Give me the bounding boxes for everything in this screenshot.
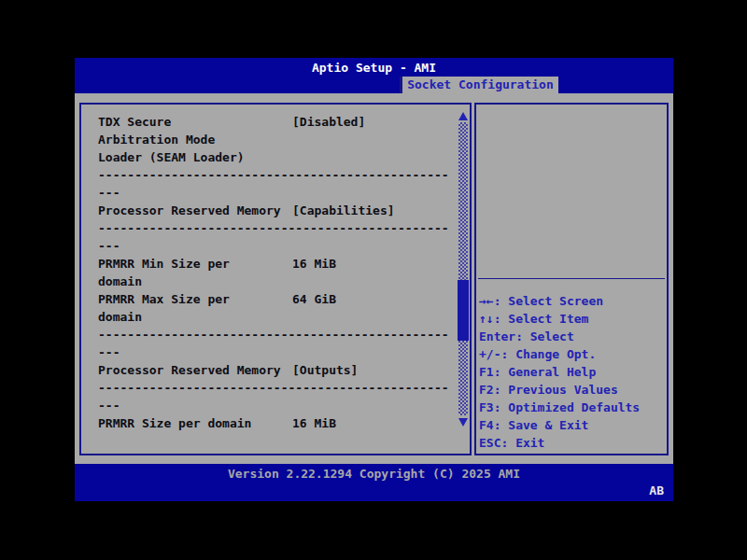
- separator-row: ---: [98, 237, 470, 255]
- option-label: PRMRR Size per domain: [98, 414, 292, 432]
- help-key-select-item: ↑↓: Select Item: [479, 310, 666, 328]
- separator-dashes: ----------------------------------------…: [98, 326, 449, 343]
- option-row-continuation: domain: [98, 273, 470, 290]
- aptio-setup-window: Aptio Setup - AMI Socket Configuration T…: [75, 58, 673, 501]
- separator-row: ----------------------------------------…: [98, 326, 470, 343]
- separator-row: ----------------------------------------…: [98, 166, 470, 184]
- corner-label: AB: [649, 483, 664, 497]
- version-text: Version 2.22.1294 Copyright (C) 2025 AMI: [75, 467, 673, 481]
- separator-dashes: ---: [98, 184, 292, 202]
- tab-socket-configuration[interactable]: Socket Configuration: [400, 77, 558, 93]
- option-value: [Capabilities]: [292, 202, 395, 219]
- scrollbar[interactable]: [458, 109, 469, 428]
- bios-setup-screen: Aptio Setup - AMI Socket Configuration T…: [0, 0, 747, 560]
- option-value: 64 GiB: [292, 290, 336, 308]
- help-panel-divider: [478, 278, 665, 279]
- option-label: Processor Reserved Memory: [98, 361, 292, 379]
- section-row-prm-outputs[interactable]: Processor Reserved Memory[Outputs]: [98, 361, 470, 379]
- option-label: Loader (SEAM Loader): [98, 148, 292, 166]
- separator-row: ---: [98, 184, 470, 202]
- option-row-prmrr-max-size[interactable]: PRMRR Max Size per64 GiB: [98, 290, 470, 308]
- main-area: TDX Secure[Disabled] Arbitration Mode Lo…: [75, 93, 673, 464]
- separator-row: ----------------------------------------…: [98, 219, 470, 237]
- separator-dashes: ---: [98, 343, 292, 361]
- option-value: [Outputs]: [292, 361, 358, 379]
- scroll-up-arrow-icon[interactable]: [458, 109, 469, 122]
- option-value: 16 MiB: [292, 414, 336, 432]
- options-panel: TDX Secure[Disabled] Arbitration Mode Lo…: [79, 103, 472, 455]
- separator-row: ----------------------------------------…: [98, 379, 470, 397]
- option-value: [Disabled]: [292, 113, 365, 131]
- scroll-down-arrow-icon[interactable]: [458, 415, 469, 428]
- option-label: TDX Secure: [98, 113, 292, 131]
- separator-dashes: ---: [98, 397, 292, 414]
- option-value: 16 MiB: [292, 255, 336, 273]
- help-key-enter-select: Enter: Select: [479, 328, 666, 345]
- option-row-tdx-secure[interactable]: TDX Secure[Disabled]: [98, 113, 470, 131]
- help-key-f1-general-help: F1: General Help: [479, 363, 666, 381]
- section-row-prm-capabilities[interactable]: Processor Reserved Memory[Capabilities]: [98, 202, 470, 219]
- option-label: PRMRR Min Size per: [98, 255, 292, 273]
- help-key-f2-previous-values: F2: Previous Values: [479, 381, 666, 399]
- option-label: PRMRR Max Size per: [98, 290, 292, 308]
- page-title: Aptio Setup - AMI: [75, 61, 673, 75]
- separator-dashes: ----------------------------------------…: [98, 219, 449, 237]
- option-label: Processor Reserved Memory: [98, 202, 292, 219]
- help-key-list: →←: Select Screen ↑↓: Select Item Enter:…: [479, 292, 666, 452]
- option-row-prmrr-size-per-domain[interactable]: PRMRR Size per domain16 MiB: [98, 414, 470, 432]
- separator-dashes: ---: [98, 237, 292, 255]
- scrollbar-track[interactable]: [458, 122, 468, 415]
- help-key-select-screen: →←: Select Screen: [479, 292, 666, 310]
- help-key-f4-save-exit: F4: Save & Exit: [479, 416, 666, 434]
- separator-dashes: ----------------------------------------…: [98, 379, 449, 397]
- option-row-continuation: Arbitration Mode: [98, 131, 470, 148]
- option-label: domain: [98, 273, 292, 290]
- help-key-f3-optimized-defaults: F3: Optimized Defaults: [479, 399, 666, 416]
- help-key-change-opt: +/-: Change Opt.: [479, 345, 666, 363]
- separator-row: ---: [98, 397, 470, 414]
- option-label: domain: [98, 308, 292, 326]
- help-key-esc-exit: ESC: Exit: [479, 434, 666, 452]
- separator-dashes: ----------------------------------------…: [98, 166, 449, 184]
- separator-row: ---: [98, 343, 470, 361]
- option-label: Arbitration Mode: [98, 131, 292, 148]
- status-bar: Version 2.22.1294 Copyright (C) 2025 AMI…: [75, 464, 673, 501]
- option-row-continuation: domain: [98, 308, 470, 326]
- scrollbar-thumb[interactable]: [458, 280, 469, 341]
- help-panel: →←: Select Screen ↑↓: Select Item Enter:…: [474, 103, 669, 455]
- option-row-continuation: Loader (SEAM Loader): [98, 148, 470, 166]
- option-row-prmrr-min-size[interactable]: PRMRR Min Size per16 MiB: [98, 255, 470, 273]
- options-list: TDX Secure[Disabled] Arbitration Mode Lo…: [81, 105, 470, 432]
